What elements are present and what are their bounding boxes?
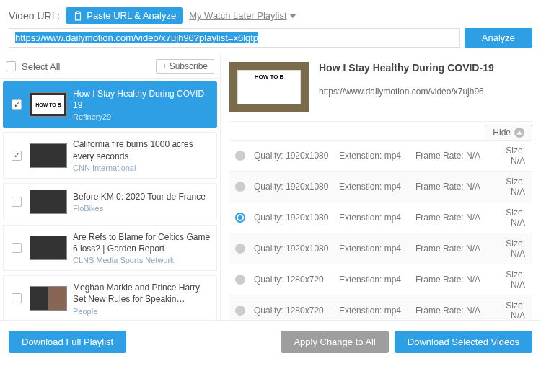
- extension-value: Extenstion: mp4: [339, 306, 415, 316]
- watch-later-link[interactable]: My Watch Later Playlist: [189, 10, 296, 21]
- extension-value: Extenstion: mp4: [339, 213, 415, 223]
- quality-radio[interactable]: [235, 244, 245, 254]
- item-thumbnail: [30, 286, 67, 311]
- download-selected-button[interactable]: Download Selected Videos: [395, 331, 532, 353]
- quality-row[interactable]: Quality: 1280x720Extenstion: mp4Frame Ra…: [229, 264, 532, 295]
- quality-radio[interactable]: [235, 151, 245, 161]
- quality-row[interactable]: Quality: 1280x720Extenstion: mp4Frame Ra…: [229, 295, 532, 320]
- video-list[interactable]: HOW TO BHow I Stay Healthy During COVID-…: [0, 79, 220, 320]
- quality-row[interactable]: Quality: 1920x1080Extenstion: mp4Frame R…: [229, 172, 532, 202]
- url-input-value: https://www.dailymotion.com/video/x7ujh9…: [15, 32, 258, 43]
- hide-button[interactable]: Hide: [485, 125, 532, 140]
- item-channel: CNN International: [73, 164, 211, 172]
- paste-analyze-label: Paste URL & Analyze: [87, 10, 176, 21]
- framerate-value: Frame Rate: N/A: [415, 151, 493, 161]
- item-channel: CLNS Media Sports Network: [73, 256, 211, 264]
- plus-icon: +: [162, 61, 167, 71]
- hide-label: Hide: [493, 128, 511, 138]
- size-value: Size: N/A: [493, 239, 529, 259]
- chevron-up-icon: [514, 128, 524, 138]
- quality-value: Quality: 1280x720: [254, 306, 339, 316]
- video-title: How I Stay Healthy During COVID-19: [319, 62, 494, 74]
- list-item[interactable]: California fire burns 1000 acres every s…: [3, 132, 217, 178]
- apply-all-button[interactable]: Apply Change to All: [281, 331, 388, 353]
- video-url: https://www.dailymotion.com/video/x7ujh9…: [319, 86, 494, 97]
- extension-value: Extenstion: mp4: [339, 182, 415, 192]
- quality-radio[interactable]: [235, 182, 245, 192]
- list-item[interactable]: Are Refs to Blame for Celtics Game 6 los…: [3, 225, 217, 271]
- item-thumbnail: HOW TO B: [30, 92, 67, 117]
- item-checkbox[interactable]: [12, 151, 22, 161]
- size-value: Size: N/A: [493, 146, 529, 166]
- quality-list: Quality: 1920x1080Extenstion: mp4Frame R…: [229, 140, 532, 320]
- size-value: Size: N/A: [493, 270, 529, 290]
- list-item[interactable]: Meghan Markle and Prince Harry Set New R…: [3, 275, 217, 320]
- select-all-checkbox[interactable]: [6, 61, 16, 71]
- quality-radio[interactable]: [235, 275, 245, 285]
- quality-value: Quality: 1920x1080: [254, 244, 339, 254]
- select-all-label: Select All: [22, 61, 156, 72]
- framerate-value: Frame Rate: N/A: [415, 182, 493, 192]
- extension-value: Extenstion: mp4: [339, 151, 415, 161]
- item-checkbox[interactable]: [12, 243, 22, 253]
- video-thumbnail: HOW TO B: [229, 62, 309, 112]
- quality-value: Quality: 1280x720: [254, 275, 339, 285]
- extension-value: Extenstion: mp4: [339, 244, 415, 254]
- quality-row[interactable]: Quality: 1920x1080Extenstion: mp4Frame R…: [229, 233, 532, 264]
- size-value: Size: N/A: [493, 208, 529, 228]
- framerate-value: Frame Rate: N/A: [415, 275, 493, 285]
- item-title: Meghan Markle and Prince Harry Set New R…: [73, 282, 211, 305]
- item-title: How I Stay Healthy During COVID-19: [73, 88, 211, 111]
- size-value: Size: N/A: [493, 300, 529, 320]
- item-thumbnail: [30, 236, 67, 260]
- download-playlist-button[interactable]: Download Full Playlist: [9, 331, 126, 353]
- url-input[interactable]: https://www.dailymotion.com/video/x7ujh9…: [9, 28, 460, 48]
- size-value: Size: N/A: [493, 177, 529, 197]
- quality-row[interactable]: Quality: 1920x1080Extenstion: mp4Frame R…: [229, 141, 532, 172]
- item-checkbox[interactable]: [12, 197, 22, 207]
- extension-value: Extenstion: mp4: [339, 275, 415, 285]
- quality-value: Quality: 1920x1080: [254, 182, 339, 192]
- list-item[interactable]: HOW TO BHow I Stay Healthy During COVID-…: [3, 81, 217, 128]
- quality-value: Quality: 1920x1080: [254, 151, 339, 161]
- item-channel: FloBikes: [73, 204, 211, 213]
- framerate-value: Frame Rate: N/A: [415, 244, 493, 254]
- analyze-button[interactable]: Analyze: [465, 28, 532, 48]
- item-title: Are Refs to Blame for Celtics Game 6 los…: [73, 231, 211, 254]
- list-item[interactable]: Before KM 0: 2020 Tour de FranceFloBikes: [3, 183, 217, 220]
- quality-row[interactable]: Quality: 1920x1080Extenstion: mp4Frame R…: [229, 202, 532, 233]
- item-thumbnail: [30, 190, 67, 214]
- chevron-down-icon: [289, 12, 296, 19]
- clipboard-icon: [73, 11, 83, 21]
- item-title: Before KM 0: 2020 Tour de France: [73, 191, 211, 202]
- thumbnail-text: HOW TO B: [32, 95, 64, 114]
- item-channel: Refinery29: [73, 112, 211, 121]
- quality-radio[interactable]: [235, 213, 245, 223]
- subscribe-label: Subscribe: [170, 61, 208, 71]
- quality-radio[interactable]: [235, 306, 245, 316]
- watch-later-label: My Watch Later Playlist: [189, 10, 286, 21]
- item-thumbnail: [30, 143, 67, 168]
- thumbnail-text: HOW TO B: [237, 70, 301, 104]
- paste-analyze-button[interactable]: Paste URL & Analyze: [66, 7, 183, 24]
- item-channel: People: [73, 307, 211, 316]
- framerate-value: Frame Rate: N/A: [415, 213, 493, 223]
- framerate-value: Frame Rate: N/A: [415, 306, 493, 316]
- subscribe-button[interactable]: + Subscribe: [156, 59, 214, 74]
- quality-value: Quality: 1920x1080: [254, 213, 339, 223]
- item-checkbox[interactable]: [12, 293, 22, 303]
- item-title: California fire burns 1000 acres every s…: [73, 138, 211, 161]
- item-checkbox[interactable]: [12, 99, 22, 110]
- video-url-label: Video URL:: [9, 10, 60, 22]
